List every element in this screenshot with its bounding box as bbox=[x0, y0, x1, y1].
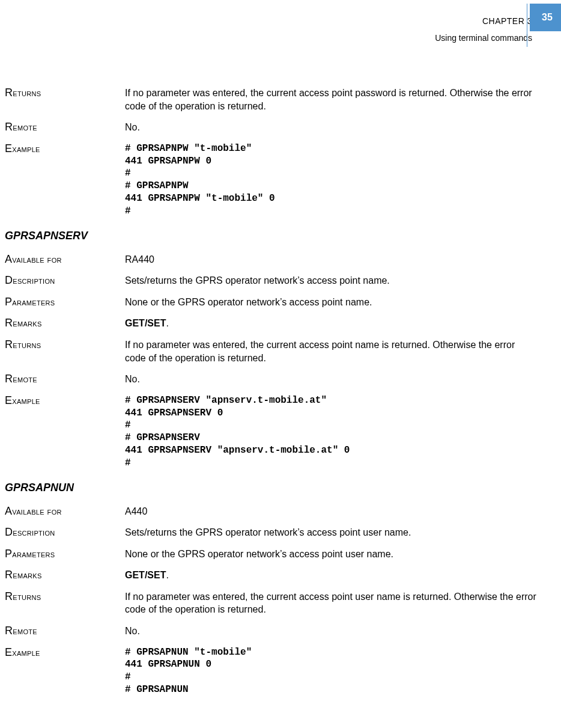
field-value: None or the GPRS operator network’s acce… bbox=[125, 548, 537, 561]
code-block: # GPRSAPNPW "t-mobile" 441 GPRSAPNPW 0 #… bbox=[125, 142, 537, 218]
field-value: No. bbox=[125, 625, 537, 638]
definition-row: RemoteNo. bbox=[5, 625, 537, 638]
field-value: No. bbox=[125, 121, 537, 134]
field-value: If no parameter was entered, the current… bbox=[125, 590, 537, 616]
field-label: Available for bbox=[5, 253, 125, 266]
field-label: Remote bbox=[5, 121, 125, 134]
field-value: No. bbox=[125, 373, 537, 386]
field-value: Sets/returns the GPRS operator network’s… bbox=[125, 526, 537, 539]
field-value: # GPRSAPNUN "t-mobile" 441 GPRSAPNUN 0 #… bbox=[125, 646, 537, 696]
content-area: ReturnsIf no parameter was entered, the … bbox=[0, 69, 561, 696]
remarks-bold: GET/SET bbox=[125, 318, 166, 328]
definition-row: Example# GPRSAPNSERV "apnserv.t-mobile.a… bbox=[5, 394, 537, 470]
field-label: Returns bbox=[5, 87, 125, 112]
definition-row: RemarksGET/SET. bbox=[5, 569, 537, 582]
field-value: # GPRSAPNPW "t-mobile" 441 GPRSAPNPW 0 #… bbox=[125, 142, 537, 218]
field-label: Returns bbox=[5, 338, 125, 364]
field-label: Example bbox=[5, 142, 125, 218]
field-value: If no parameter was entered, the current… bbox=[125, 87, 537, 112]
definition-row: RemarksGET/SET. bbox=[5, 317, 537, 330]
definition-row: DescriptionSets/returns the GPRS operato… bbox=[5, 526, 537, 539]
definition-row: ReturnsIf no parameter was entered, the … bbox=[5, 590, 537, 616]
page-number: 35 bbox=[542, 12, 553, 23]
definition-row: Available forA440 bbox=[5, 505, 537, 518]
definition-row: ReturnsIf no parameter was entered, the … bbox=[5, 338, 537, 364]
field-label: Parameters bbox=[5, 548, 125, 561]
field-label: Description bbox=[5, 274, 125, 287]
field-value: None or the GPRS operator network’s acce… bbox=[125, 296, 537, 309]
field-label: Remarks bbox=[5, 569, 125, 582]
field-value: GET/SET. bbox=[125, 569, 537, 582]
field-value: # GPRSAPNSERV "apnserv.t-mobile.at" 441 … bbox=[125, 394, 537, 470]
remarks-bold: GET/SET bbox=[125, 570, 166, 580]
field-value: RA440 bbox=[125, 253, 537, 266]
header-text: CHAPTER 3 Using terminal commands bbox=[0, 14, 561, 45]
field-label: Returns bbox=[5, 590, 125, 616]
field-label: Remote bbox=[5, 373, 125, 386]
page-number-tab: 35 bbox=[530, 4, 561, 31]
code-block: # GPRSAPNUN "t-mobile" 441 GPRSAPNUN 0 #… bbox=[125, 646, 537, 696]
chapter-subtitle: Using terminal commands bbox=[0, 31, 532, 44]
definition-row: ParametersNone or the GPRS operator netw… bbox=[5, 548, 537, 561]
definition-row: Example# GPRSAPNPW "t-mobile" 441 GPRSAP… bbox=[5, 142, 537, 218]
field-value: A440 bbox=[125, 505, 537, 518]
definition-row: ParametersNone or the GPRS operator netw… bbox=[5, 296, 537, 309]
definition-row: Example# GPRSAPNUN "t-mobile" 441 GPRSAP… bbox=[5, 646, 537, 696]
field-value: Sets/returns the GPRS operator network’s… bbox=[125, 274, 537, 287]
definition-row: ReturnsIf no parameter was entered, the … bbox=[5, 87, 537, 112]
field-value: GET/SET. bbox=[125, 317, 537, 330]
code-block: # GPRSAPNSERV "apnserv.t-mobile.at" 441 … bbox=[125, 394, 537, 470]
page-header: 35 CHAPTER 3 Using terminal commands bbox=[0, 14, 561, 69]
remarks-suffix: . bbox=[166, 318, 168, 328]
section-heading: GPRSAPNUN bbox=[5, 482, 537, 494]
remarks-suffix: . bbox=[166, 570, 168, 580]
field-value: If no parameter was entered, the current… bbox=[125, 338, 537, 364]
definition-row: Available forRA440 bbox=[5, 253, 537, 266]
field-label: Example bbox=[5, 394, 125, 470]
field-label: Description bbox=[5, 526, 125, 539]
definition-row: RemoteNo. bbox=[5, 121, 537, 134]
header-divider bbox=[527, 4, 527, 47]
definition-row: DescriptionSets/returns the GPRS operato… bbox=[5, 274, 537, 287]
field-label: Available for bbox=[5, 505, 125, 518]
field-label: Example bbox=[5, 646, 125, 696]
section-heading: GPRSAPNSERV bbox=[5, 230, 537, 242]
definition-row: RemoteNo. bbox=[5, 373, 537, 386]
field-label: Remote bbox=[5, 625, 125, 638]
field-label: Parameters bbox=[5, 296, 125, 309]
chapter-label: CHAPTER 3 bbox=[0, 14, 532, 28]
field-label: Remarks bbox=[5, 317, 125, 330]
